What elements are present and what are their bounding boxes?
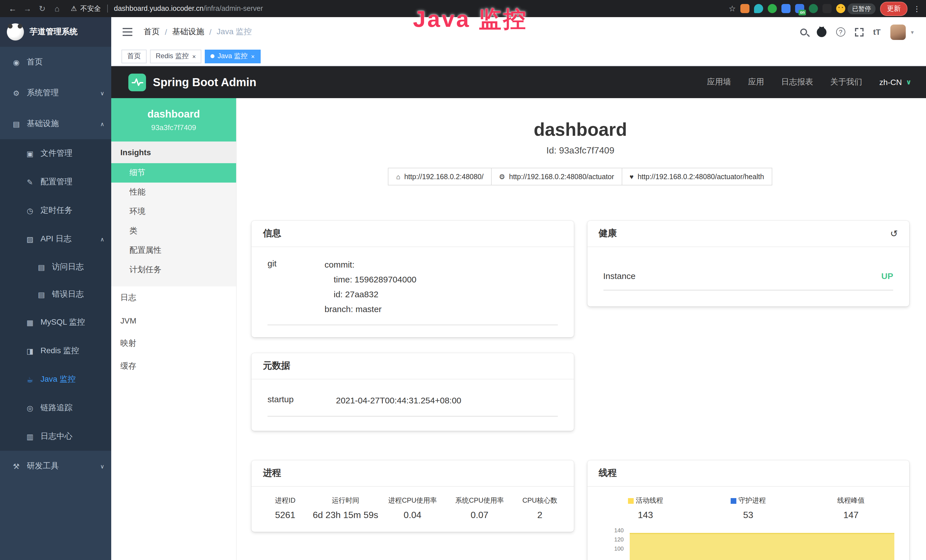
extension-icon-4[interactable] [781,4,791,13]
sba-nav-wallboard[interactable]: 应用墙 [707,77,731,87]
info-card: 信息 git commit: time: 1596289704000 id: 2… [251,221,573,337]
app-logo[interactable]: 芋道管理系统 [0,17,111,47]
extension-icon-5[interactable]: on [795,4,804,13]
sidebar-item-file-management[interactable]: ▣ 文件管理 [0,139,111,168]
paused-badge[interactable]: 已暂停 [847,3,876,14]
address-bar[interactable]: dashboard.yudao.iocoder.cn/infra/admin-s… [114,5,263,12]
back-icon[interactable]: ← [6,4,20,13]
health-card-title: 健康 [599,228,617,240]
tab-redis-monitor[interactable]: Redis 监控 × [150,49,202,63]
home-icon[interactable]: ⌂ [50,4,64,13]
close-icon[interactable]: × [192,53,196,60]
sidebar-item-tracing[interactable]: ◎ 链路追踪 [0,394,111,422]
infrastructure-icon: ▤ [11,120,21,128]
sidebar-item-error-logs[interactable]: ▤ 错误日志 [0,281,111,308]
hamburger-icon[interactable] [123,31,132,33]
sidebar-item-home[interactable]: ◉ 首页 [0,47,111,77]
breadcrumb-separator: / [209,27,212,36]
extension-icon-3[interactable] [768,4,777,13]
breadcrumb-item[interactable]: 基础设施 [172,27,204,37]
annotation-text: Java 监控 [413,3,528,35]
security-label[interactable]: 不安全 [80,4,101,14]
font-size-icon[interactable]: tT [873,27,881,36]
extension-icon-2[interactable] [754,4,763,13]
file-icon: ▣ [25,149,35,158]
refresh-icon[interactable]: ↻ [35,4,49,13]
sba-menu-mappings[interactable]: 映射 [111,332,236,355]
search-icon[interactable] [800,29,807,35]
sba-nav-applications[interactable]: 应用 [748,77,764,87]
sidebar-item-redis-monitor[interactable]: ◨ Redis 监控 [0,337,111,365]
divider [107,5,108,12]
sba-menu-classes[interactable]: 类 [111,221,236,241]
sidebar-item-label: 文件管理 [41,148,73,159]
sidebar-item-system[interactable]: ⚙ 系统管理 ∨ [0,77,111,108]
chevron-up-icon: ∧ [100,121,104,127]
extension-icon-6[interactable] [809,4,818,13]
on-badge: on [799,10,806,15]
bookmark-star-icon[interactable]: ☆ [729,4,736,13]
sba-menu-details[interactable]: 细节 [111,163,236,183]
sba-menu-jvm[interactable]: JVM [111,309,236,332]
locale-selector[interactable]: zh-CN ∨ [879,77,911,87]
health-row-instance: Instance UP [603,247,893,290]
sidebar-item-api-logs[interactable]: ▧ API 日志 ∧ [0,225,111,253]
health-url-button[interactable]: ♥ http://192.168.0.2:48080/actuator/heal… [622,168,772,185]
fullscreen-icon[interactable] [855,28,864,36]
sidebar-item-infrastructure[interactable]: ▤ 基础设施 ∧ [0,108,111,139]
extension-icon-1[interactable] [740,4,749,13]
update-button[interactable]: 更新 [880,2,908,16]
sidebar-item-mysql-monitor[interactable]: ▦ MySQL 监控 [0,308,111,337]
user-avatar[interactable] [890,24,906,40]
browser-menu-icon[interactable]: ⋮ [913,4,921,13]
breadcrumb-item[interactable]: 首页 [144,27,160,37]
tab-home[interactable]: 首页 [121,49,147,63]
y-tick: 140 [604,526,624,535]
extension-icon-7[interactable] [823,4,832,13]
chevron-down-icon: ∨ [906,78,912,86]
sidebar-item-log-center[interactable]: ▥ 日志中心 [0,422,111,451]
chevron-down-icon[interactable]: ▾ [911,29,914,35]
git-branch-line: branch: master [325,302,416,317]
col-header: 系统CPU使用率 [446,496,513,506]
sidebar-item-label: API 日志 [41,234,71,244]
forward-icon[interactable]: → [21,4,34,13]
sidebar-item-dev-tools[interactable]: ⚒ 研发工具 ∨ [0,451,111,481]
card-title: 元数据 [251,353,573,380]
sba-menu-caches[interactable]: 缓存 [111,355,236,378]
browser-actions: ☆ on 已暂停 更新 ⋮ [729,2,921,16]
tab-java-monitor[interactable]: Java 监控 × [205,49,260,63]
sba-navbar: Spring Boot Admin 应用墙 应用 日志报表 关于我们 zh-CN… [111,66,926,98]
close-icon[interactable]: × [251,53,255,60]
history-icon[interactable]: ↺ [890,228,898,239]
sba-nav-journal[interactable]: 日志报表 [781,77,813,87]
process-col-cpus: CPU核心数 2 [513,496,567,520]
sba-menu-environment[interactable]: 环境 [111,202,236,221]
sba-menu-scheduled-tasks[interactable]: 计划任务 [111,260,236,280]
locale-label: zh-CN [879,77,902,87]
sba-menu-logs[interactable]: 日志 [111,286,236,309]
infrastructure-submenu: ▣ 文件管理 ✎ 配置管理 ◷ 定时任务 ▧ API 日志 ∧ ▤ [0,139,111,451]
security-warning-icon[interactable]: ⚠ [71,5,77,12]
process-col-uptime: 运行时间 6d 23h 15m 59s [312,496,379,520]
sidebar-item-config-management[interactable]: ✎ 配置管理 [0,168,111,196]
row-divider [603,290,893,291]
actuator-url-button[interactable]: ⚙ http://192.168.0.2:48080/actuator [491,168,622,185]
help-icon[interactable]: ? [836,27,845,36]
service-url-button[interactable]: ⌂ http://192.168.0.2:48080/ [388,168,492,185]
app-sidebar: 芋道管理系统 ◉ 首页 ⚙ 系统管理 ∨ ▤ 基础设施 ∧ ▣ 文件管理 [0,17,111,560]
sidebar-item-access-logs[interactable]: ▤ 访问日志 [0,253,111,281]
sba-brand-title[interactable]: Spring Boot Admin [153,76,256,89]
github-icon[interactable] [817,27,826,37]
sba-menu-metrics[interactable]: 性能 [111,183,236,202]
sidebar-item-java-monitor[interactable]: ☕ Java 监控 [0,365,111,394]
smiley-extension-icon[interactable] [836,4,845,13]
sba-menu-config-props[interactable]: 配置属性 [111,241,236,260]
sba-instance-block[interactable]: dashboard 93a3fc7f7409 [111,98,236,141]
page-instance-id: Id: 93a3fc7f7409 [251,145,909,156]
app-main: 首页 / 基础设施 / Java 监控 ? tT ▾ [111,17,926,560]
legend-peak-threads: 线程峰值 147 [800,496,902,520]
sba-logo-icon[interactable] [128,73,146,91]
sidebar-item-scheduled-jobs[interactable]: ◷ 定时任务 [0,196,111,225]
sba-nav-about[interactable]: 关于我们 [830,77,862,87]
